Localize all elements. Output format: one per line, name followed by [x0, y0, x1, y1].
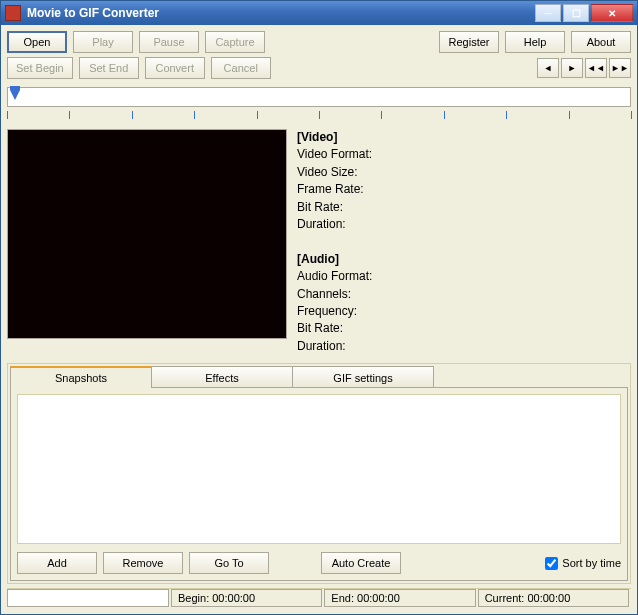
media-info: [Video] Video Format: Video Size: Frame …	[297, 129, 631, 355]
nav-buttons: ◄ ► ◄◄ ►►	[537, 58, 631, 78]
close-button[interactable]: ✕	[591, 4, 633, 22]
app-window: Movie to GIF Converter ─ ☐ ✕ Open Play P…	[0, 0, 638, 615]
nav-prev-icon[interactable]: ◄	[537, 58, 559, 78]
app-icon	[5, 5, 21, 21]
set-end-button[interactable]: Set End	[79, 57, 139, 79]
tab-gif-settings[interactable]: GIF settings	[292, 366, 434, 388]
about-button[interactable]: About	[571, 31, 631, 53]
tabs-panel: Snapshots Effects GIF settings Add Remov…	[7, 363, 631, 584]
video-duration-label: Duration:	[297, 216, 631, 233]
sort-by-time-checkbox[interactable]: Sort by time	[545, 557, 621, 570]
mid-section: [Video] Video Format: Video Size: Frame …	[7, 129, 631, 355]
play-button[interactable]: Play	[73, 31, 133, 53]
minimize-button[interactable]: ─	[535, 4, 561, 22]
audio-duration-label: Duration:	[297, 338, 631, 355]
nav-next-icon[interactable]: ►	[561, 58, 583, 78]
toolbar-row-2: Set Begin Set End Convert Cancel ◄ ► ◄◄ …	[7, 57, 631, 79]
statusbar: Begin: 00:00:00 End: 00:00:00 Current: 0…	[7, 588, 631, 608]
add-button[interactable]: Add	[17, 552, 97, 574]
window-controls: ─ ☐ ✕	[535, 4, 633, 22]
video-size-label: Video Size:	[297, 164, 631, 181]
goto-button[interactable]: Go To	[189, 552, 269, 574]
video-bitrate-label: Bit Rate:	[297, 199, 631, 216]
channels-label: Channels:	[297, 286, 631, 303]
set-begin-button[interactable]: Set Begin	[7, 57, 73, 79]
status-current: Current: 00:00:00	[478, 589, 629, 607]
auto-create-button[interactable]: Auto Create	[321, 552, 401, 574]
snapshot-list[interactable]	[17, 394, 621, 544]
tab-effects[interactable]: Effects	[151, 366, 293, 388]
remove-button[interactable]: Remove	[103, 552, 183, 574]
register-button[interactable]: Register	[439, 31, 499, 53]
timeline-handle-icon[interactable]	[10, 90, 20, 100]
help-button[interactable]: Help	[505, 31, 565, 53]
video-header: [Video]	[297, 130, 337, 144]
maximize-button[interactable]: ☐	[563, 4, 589, 22]
sort-checkbox-input[interactable]	[545, 557, 558, 570]
audio-header: [Audio]	[297, 252, 339, 266]
cancel-button[interactable]: Cancel	[211, 57, 271, 79]
frequency-label: Frequency:	[297, 303, 631, 320]
window-title: Movie to GIF Converter	[27, 6, 535, 20]
sort-label: Sort by time	[562, 557, 621, 569]
nav-last-icon[interactable]: ►►	[609, 58, 631, 78]
video-format-label: Video Format:	[297, 146, 631, 163]
progress-bar	[7, 589, 169, 607]
frame-rate-label: Frame Rate:	[297, 181, 631, 198]
audio-bitrate-label: Bit Rate:	[297, 320, 631, 337]
tab-strip: Snapshots Effects GIF settings	[10, 366, 628, 388]
status-begin: Begin: 00:00:00	[171, 589, 322, 607]
window-body: Open Play Pause Capture Register Help Ab…	[1, 25, 637, 614]
titlebar[interactable]: Movie to GIF Converter ─ ☐ ✕	[1, 1, 637, 25]
nav-first-icon[interactable]: ◄◄	[585, 58, 607, 78]
video-preview	[7, 129, 287, 339]
toolbar-row-1: Open Play Pause Capture Register Help Ab…	[7, 31, 631, 53]
tab-body: Add Remove Go To Auto Create Sort by tim…	[10, 387, 628, 581]
snapshot-buttons: Add Remove Go To Auto Create Sort by tim…	[17, 552, 621, 574]
convert-button[interactable]: Convert	[145, 57, 205, 79]
pause-button[interactable]: Pause	[139, 31, 199, 53]
open-button[interactable]: Open	[7, 31, 67, 53]
timeline-slider[interactable]	[7, 87, 631, 107]
audio-format-label: Audio Format:	[297, 268, 631, 285]
tab-snapshots[interactable]: Snapshots	[10, 366, 152, 388]
ruler	[7, 109, 631, 123]
capture-button[interactable]: Capture	[205, 31, 265, 53]
status-end: End: 00:00:00	[324, 589, 475, 607]
